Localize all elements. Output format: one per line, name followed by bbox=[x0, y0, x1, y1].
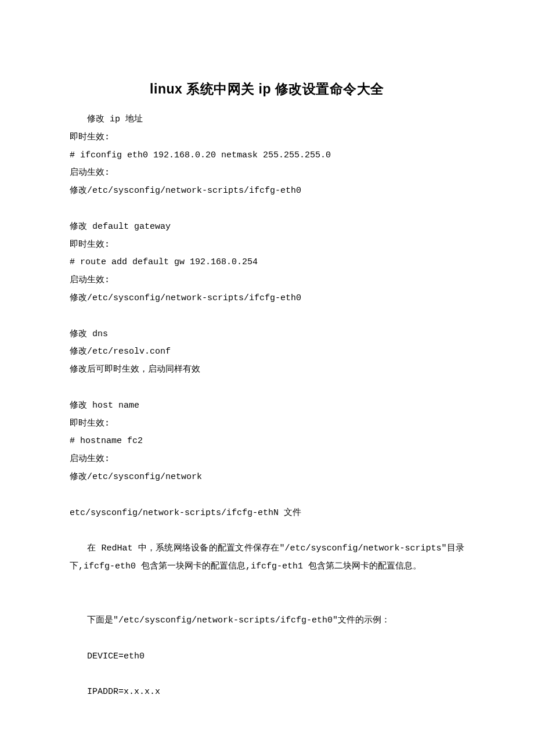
text-line: 启动生效: bbox=[70, 164, 464, 182]
text-line: 启动生效: bbox=[70, 272, 464, 290]
page-title: linux 系统中网关 ip 修改设置命令大全 bbox=[70, 75, 464, 103]
path-line: 修改/etc/sysconfig/network-scripts/ifcfg-e… bbox=[70, 182, 464, 200]
blank-line bbox=[70, 522, 464, 540]
blank-line bbox=[70, 200, 464, 218]
blank-line bbox=[70, 594, 464, 612]
paragraph: 在 RedHat 中，系统网络设备的配置文件保存在"/etc/sysconfig… bbox=[70, 540, 464, 576]
path-line: 修改/etc/sysconfig/network-scripts/ifcfg-e… bbox=[70, 290, 464, 308]
section-heading: 修改 ip 地址 bbox=[70, 111, 464, 129]
config-line: IPADDR=x.x.x.x bbox=[70, 683, 464, 701]
paragraph: 下面是"/etc/sysconfig/network-scripts/ifcfg… bbox=[70, 612, 464, 630]
text-line: 即时生效: bbox=[70, 236, 464, 254]
path-line: 修改/etc/sysconfig/network bbox=[70, 469, 464, 487]
command-line: # ifconfig eth0 192.168.0.20 netmask 255… bbox=[70, 147, 464, 165]
config-line: DEVICE=eth0 bbox=[70, 648, 464, 666]
path-line: 修改/etc/resolv.conf bbox=[70, 343, 464, 361]
text-line: 启动生效: bbox=[70, 451, 464, 469]
section-heading: 修改 host name bbox=[70, 397, 464, 415]
section-heading: 修改 default gateway bbox=[70, 218, 464, 236]
section-heading: 修改 dns bbox=[70, 326, 464, 344]
text-line: 即时生效: bbox=[70, 415, 464, 433]
text-line: 修改后可即时生效，启动同样有效 bbox=[70, 361, 464, 379]
blank-line bbox=[70, 576, 464, 594]
text-line: 即时生效: bbox=[70, 129, 464, 147]
blank-line bbox=[70, 630, 464, 648]
blank-line bbox=[70, 308, 464, 326]
path-line: etc/sysconfig/network-scripts/ifcfg-ethN… bbox=[70, 505, 464, 523]
blank-line bbox=[70, 379, 464, 397]
command-line: # route add default gw 192.168.0.254 bbox=[70, 254, 464, 272]
blank-line bbox=[70, 487, 464, 505]
blank-line bbox=[70, 665, 464, 683]
command-line: # hostname fc2 bbox=[70, 433, 464, 451]
document-page: linux 系统中网关 ip 修改设置命令大全 修改 ip 地址 即时生效: #… bbox=[0, 0, 534, 756]
